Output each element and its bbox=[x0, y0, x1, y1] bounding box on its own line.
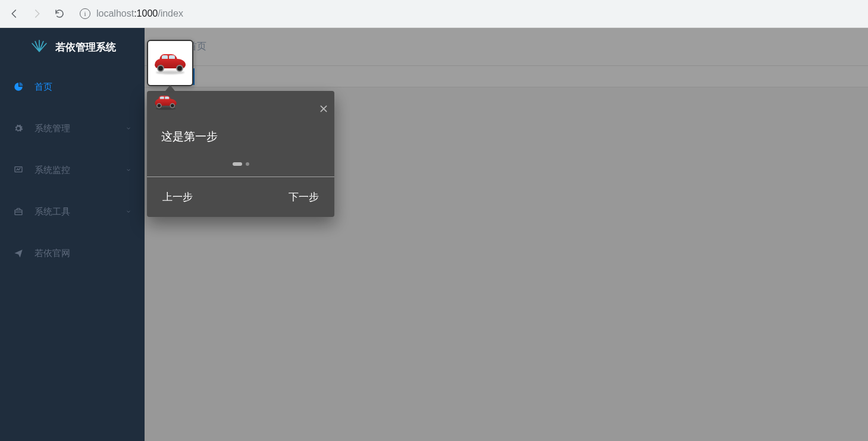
tour-overlay[interactable] bbox=[145, 28, 868, 441]
browser-reload-button[interactable] bbox=[51, 5, 68, 22]
sidebar-item-system-tools[interactable]: 系统工具 bbox=[0, 191, 145, 232]
browser-address-bar[interactable]: i localhost:1000/index bbox=[80, 8, 862, 19]
sidebar-item-home[interactable]: 首页 bbox=[0, 66, 145, 108]
app-root: 若依管理系统 首页 系统管理 系统监控 bbox=[0, 28, 868, 441]
tour-next-button[interactable]: 下一步 bbox=[289, 190, 319, 204]
paper-plane-icon bbox=[13, 248, 24, 258]
sidebar-item-system-management[interactable]: 系统管理 bbox=[0, 108, 145, 149]
sidebar-item-label: 系统工具 bbox=[35, 206, 70, 218]
tour-step-target[interactable] bbox=[147, 40, 193, 86]
url-port: :1000 bbox=[134, 8, 158, 19]
monitor-icon bbox=[13, 165, 24, 175]
sidebar-item-label: 系统管理 bbox=[35, 123, 70, 134]
tour-close-button[interactable] bbox=[319, 104, 328, 114]
main-content: 首页 首页 bbox=[145, 28, 868, 441]
svg-rect-1 bbox=[15, 210, 22, 215]
tour-popover-footer: 上一步 下一步 bbox=[147, 177, 334, 217]
tour-step-text: 这是第一步 bbox=[147, 111, 334, 156]
sidebar-brand[interactable]: 若依管理系统 bbox=[0, 28, 145, 66]
url-path: /index bbox=[158, 8, 183, 19]
sidebar-item-label: 系统监控 bbox=[35, 165, 70, 176]
tour-popover-arrow-icon bbox=[165, 85, 175, 91]
chevron-down-icon bbox=[126, 167, 131, 173]
sidebar-item-label: 首页 bbox=[35, 81, 52, 93]
tour-prev-button[interactable]: 上一步 bbox=[162, 190, 193, 204]
tour-progress-dots bbox=[147, 156, 334, 177]
tour-dot-active-icon bbox=[233, 162, 242, 166]
tour-dot-icon bbox=[246, 162, 249, 166]
car-icon bbox=[154, 96, 275, 105]
browser-toolbar: i localhost:1000/index bbox=[0, 0, 868, 28]
brand-title: 若依管理系统 bbox=[55, 40, 116, 54]
sidebar-item-official-site[interactable]: 若依官网 bbox=[0, 232, 145, 274]
site-info-icon[interactable]: i bbox=[80, 8, 90, 19]
sidebar: 若依管理系统 首页 系统管理 系统监控 bbox=[0, 28, 145, 441]
url-host: localhost bbox=[96, 8, 134, 19]
browser-back-button[interactable] bbox=[6, 5, 23, 22]
car-icon bbox=[153, 54, 187, 72]
browser-forward-button[interactable] bbox=[29, 5, 45, 22]
sidebar-item-label: 若依官网 bbox=[35, 248, 70, 259]
sidebar-item-system-monitor[interactable]: 系统监控 bbox=[0, 149, 145, 191]
gear-icon bbox=[13, 124, 24, 133]
dashboard-icon bbox=[13, 81, 24, 92]
tour-popover: 这是第一步 上一步 下一步 bbox=[147, 91, 334, 217]
toolbox-icon bbox=[13, 207, 24, 216]
tour-popover-header bbox=[147, 91, 334, 111]
chevron-down-icon bbox=[126, 209, 131, 215]
chevron-down-icon bbox=[126, 125, 131, 131]
brand-logo-icon bbox=[29, 40, 49, 54]
